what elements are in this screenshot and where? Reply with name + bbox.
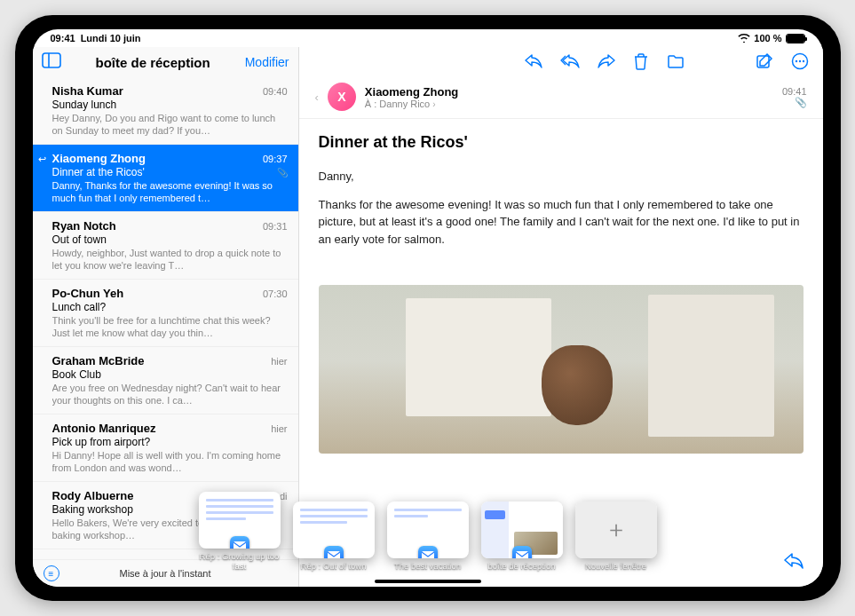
message-item-selected[interactable]: ↩ 📎 Xiaomeng Zhong09:37 Dinner at the Ri…: [33, 145, 298, 212]
svg-rect-7: [234, 541, 246, 549]
to-line[interactable]: À : Danny Rico ›: [365, 99, 458, 109]
screen: 09:41 Lundi 10 juin 100 % ••• boîte de r…: [33, 29, 823, 587]
chevron-right-icon: ›: [432, 99, 435, 109]
msg-preview: Howdy, neighbor, Just wanted to drop a q…: [52, 247, 288, 272]
attachment-icon: 📎: [277, 168, 288, 178]
message-item[interactable]: Po-Chun Yeh07:30 Lunch call? Think you'l…: [33, 280, 298, 347]
reader-toolbar: [299, 47, 823, 75]
msg-preview: Are you free on Wednesday night? Can't w…: [52, 382, 288, 407]
shelf-window[interactable]: The best vacation: [387, 501, 469, 571]
msg-time: 09:31: [263, 221, 288, 232]
svg-rect-9: [422, 551, 434, 558]
sender: Po-Chun Yeh: [52, 287, 124, 300]
msg-time: 09:37: [263, 154, 288, 164]
svg-rect-10: [516, 551, 528, 558]
message-item[interactable]: Antonio Manriquezhier Pick up from airpo…: [33, 415, 298, 482]
reply-all-button[interactable]: [560, 54, 580, 68]
sender: Antonio Manriquez: [52, 422, 156, 435]
avatar[interactable]: X: [328, 83, 356, 111]
sync-status: Mise à jour à l'instant: [120, 568, 211, 579]
mail-app-icon: [324, 546, 344, 558]
home-indicator[interactable]: [375, 580, 481, 583]
replied-icon: ↩: [38, 154, 46, 165]
edit-button[interactable]: Modifier: [245, 55, 289, 69]
msg-subject: Lunch call?: [52, 301, 288, 313]
shelf-label: The best vacation: [394, 562, 461, 571]
mail-app-icon: [230, 536, 249, 549]
reply-fab-button[interactable]: [784, 553, 804, 573]
battery-icon: [786, 34, 805, 43]
compose-button[interactable]: [756, 52, 773, 70]
shelf-window[interactable]: Rép : Growing up too fast: [199, 492, 281, 571]
message-item[interactable]: Graham McBridehier Book Club Are you fre…: [33, 347, 298, 415]
move-button[interactable]: [667, 54, 685, 68]
msg-preview: Hey Danny, Do you and Rigo want to come …: [52, 112, 288, 137]
msg-subject: Pick up from airport?: [52, 436, 288, 448]
sender: Rody Albuerne: [52, 489, 134, 502]
window-thumbnail: [293, 501, 375, 558]
msg-subject: Out of town: [52, 233, 288, 246]
attached-photo[interactable]: [319, 285, 804, 454]
shelf-new-window[interactable]: ＋ Nouvelle fenêtre: [575, 501, 657, 571]
message-subject: Dinner at the Ricos': [319, 133, 804, 152]
forward-button[interactable]: [598, 54, 615, 68]
more-button[interactable]: [791, 52, 809, 70]
plus-icon: ＋: [575, 501, 657, 558]
window-thumbnail: [387, 501, 469, 558]
svg-point-5: [798, 60, 800, 62]
greeting: Danny,: [319, 168, 804, 186]
svg-point-6: [802, 60, 804, 62]
window-thumbnail: [481, 501, 563, 558]
sender: Ryan Notch: [52, 219, 116, 233]
msg-preview: Think you'll be free for a lunchtime cha…: [52, 314, 288, 339]
svg-rect-0: [43, 53, 60, 67]
filter-icon[interactable]: ≡: [44, 565, 59, 581]
svg-point-4: [795, 60, 796, 62]
message-header[interactable]: ‹ X Xiaomeng Zhong À : Danny Rico › 09:4…: [299, 75, 823, 119]
msg-time: 07:30: [263, 288, 288, 299]
msg-time: hier: [271, 356, 287, 367]
msg-time: 09:40: [263, 86, 288, 97]
message-body[interactable]: Dinner at the Ricos' Danny, Thanks for t…: [299, 119, 823, 272]
sidebar-toggle-button[interactable]: [42, 52, 61, 72]
shelf-label: boîte de réception: [487, 562, 555, 571]
body-text: Thanks for the awesome evening! It was s…: [319, 196, 804, 249]
msg-subject: Sunday lunch: [52, 99, 288, 111]
msg-preview: Hi Danny! Hope all is well with you. I'm…: [52, 449, 288, 474]
status-bar: 09:41 Lundi 10 juin 100 %: [33, 29, 823, 47]
from-name: Xiaomeng Zhong: [365, 85, 458, 99]
ipad-frame: 09:41 Lundi 10 juin 100 % ••• boîte de r…: [15, 15, 841, 601]
message-list[interactable]: Nisha Kumar09:40 Sunday lunch Hey Danny,…: [33, 77, 298, 559]
sender: Nisha Kumar: [52, 84, 123, 98]
chevron-left-icon: ‹: [315, 91, 319, 104]
message-item[interactable]: Ryan Notch09:31 Out of town Howdy, neigh…: [33, 212, 298, 280]
window-thumbnail: [199, 492, 281, 549]
svg-rect-8: [328, 551, 340, 558]
message-item[interactable]: Nisha Kumar09:40 Sunday lunch Hey Danny,…: [33, 77, 298, 145]
sender: Graham McBride: [52, 354, 145, 367]
shelf-label: Rép : Out of town: [301, 562, 367, 571]
msg-subject: Book Club: [52, 368, 288, 381]
status-battery-pct: 100 %: [754, 33, 781, 43]
status-time: 09:41: [51, 33, 75, 43]
sender: Xiaomeng Zhong: [52, 152, 146, 165]
attachment-icon: 📎: [782, 97, 807, 108]
sidebar-title: boîte de réception: [96, 55, 210, 70]
shelf-label: Rép : Growing up too fast: [199, 552, 281, 571]
msg-preview: Danny, Thanks for the awesome evening! I…: [52, 179, 288, 204]
reader-time: 09:41: [782, 86, 807, 97]
wifi-icon: [738, 34, 750, 43]
msg-subject: Dinner at the Ricos': [52, 166, 288, 178]
mail-app-icon: [418, 546, 438, 558]
shelf-window[interactable]: boîte de réception: [481, 501, 563, 571]
msg-time: hier: [271, 423, 287, 434]
mail-app-icon: [512, 546, 532, 558]
trash-button[interactable]: [633, 52, 649, 70]
reply-button[interactable]: [525, 54, 542, 68]
shelf-window[interactable]: Rép : Out of town: [293, 501, 375, 571]
status-date: Lundi 10 juin: [81, 33, 141, 43]
shelf-label: Nouvelle fenêtre: [585, 562, 646, 571]
app-shelf[interactable]: Rép : Growing up too fast Rép : Out of t…: [199, 492, 657, 571]
